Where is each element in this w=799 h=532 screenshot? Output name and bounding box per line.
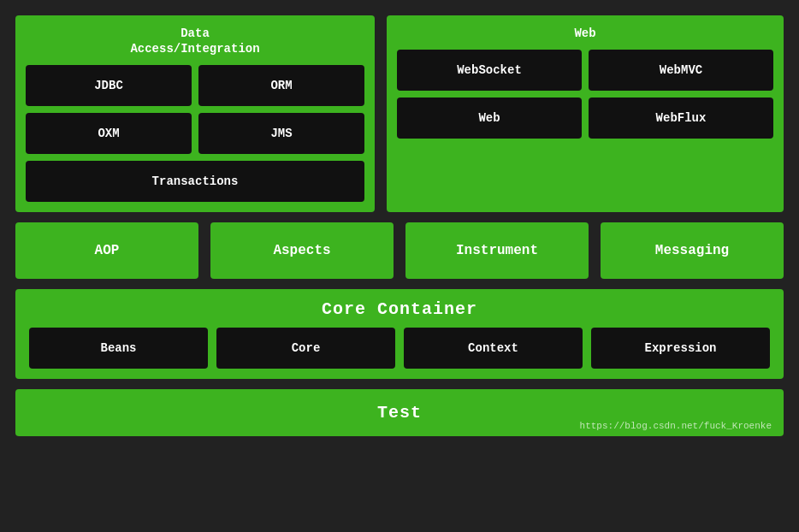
context-item: Context	[404, 328, 583, 369]
messaging-item: Messaging	[601, 222, 784, 279]
jdbc-item: JDBC	[26, 65, 192, 106]
watermark: https://blog.csdn.net/fuck_Kroenke	[580, 421, 772, 431]
aspects-item: Aspects	[210, 222, 394, 279]
middle-row: AOP Aspects Instrument Messaging	[15, 222, 784, 279]
core-container-section: Core Container Beans Core Context Expres…	[15, 289, 784, 379]
test-title: Test	[377, 403, 422, 423]
web-grid: WebSocket WebMVC Web WebFlux	[397, 50, 773, 139]
web-section: Web WebSocket WebMVC Web WebFlux	[387, 15, 784, 212]
data-access-title: Data Access/Integration	[26, 26, 364, 56]
oxm-item: OXM	[26, 113, 192, 154]
data-access-section: Data Access/Integration JDBC ORM OXM JMS…	[15, 15, 375, 212]
websocket-item: WebSocket	[397, 50, 582, 91]
instrument-item: Instrument	[405, 222, 589, 279]
data-access-grid: JDBC ORM OXM JMS Transactions	[26, 65, 364, 202]
expression-item: Expression	[591, 328, 770, 369]
web-item: Web	[397, 98, 582, 139]
core-item: Core	[216, 328, 395, 369]
core-container-title: Core Container	[29, 299, 770, 319]
core-grid: Beans Core Context Expression	[29, 328, 770, 369]
beans-item: Beans	[29, 328, 208, 369]
web-title: Web	[397, 26, 773, 41]
jms-item: JMS	[198, 113, 364, 154]
main-container: Data Access/Integration JDBC ORM OXM JMS…	[0, 0, 799, 532]
webmvc-item: WebMVC	[589, 50, 773, 91]
transactions-item: Transactions	[26, 161, 364, 202]
aop-item: AOP	[15, 222, 198, 279]
webflux-item: WebFlux	[589, 98, 773, 139]
top-row: Data Access/Integration JDBC ORM OXM JMS…	[15, 15, 784, 212]
orm-item: ORM	[198, 65, 364, 106]
test-section: Test https://blog.csdn.net/fuck_Kroenke	[15, 389, 784, 436]
